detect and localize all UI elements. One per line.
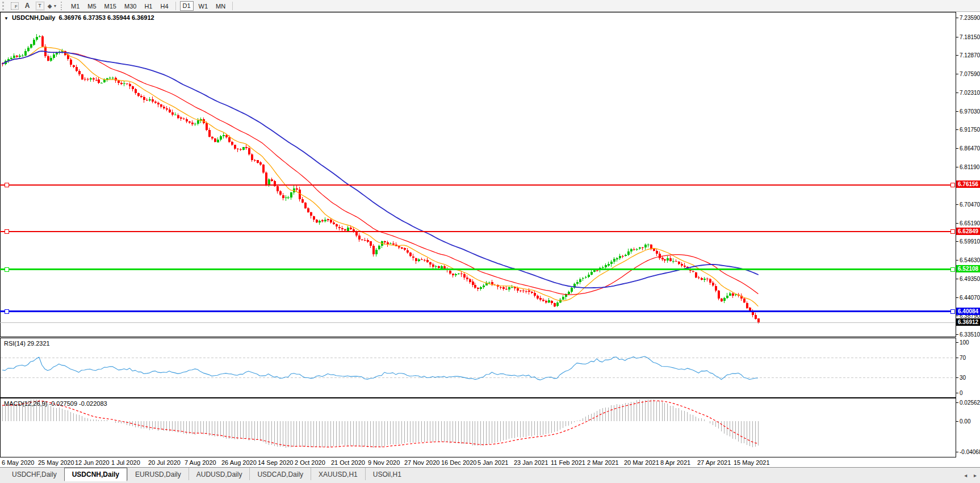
- date-label: 1 Jul 2020: [111, 459, 140, 466]
- price-tick-dash: [956, 37, 958, 37]
- date-label: 2 Mar 2021: [587, 459, 619, 466]
- timeframe-button-mn[interactable]: MN: [213, 1, 228, 11]
- tab-scroll-left-icon[interactable]: ◂: [964, 472, 967, 478]
- chart-tab-eurusd-daily[interactable]: EURUSD,Daily: [127, 468, 189, 480]
- chart-tab-usdcnh-daily[interactable]: USDCNH,Daily: [64, 468, 127, 481]
- timeframe-button-d1[interactable]: D1: [180, 1, 194, 11]
- price-tick-label: 6.81190: [960, 163, 980, 171]
- price-tick-label: 7.02310: [960, 89, 980, 96]
- chart-grid-icon[interactable]: F: [9, 1, 20, 11]
- tab-list: USDCHF,DailyUSDCNH,DailyEURUSD,DailyAUDU…: [5, 468, 409, 481]
- text-tool-icon-glyph: T: [36, 2, 44, 10]
- date-label: 21 Oct 2020: [331, 459, 365, 466]
- date-label: 15 May 2021: [734, 459, 770, 466]
- chart-symbol: USDCNH,Daily: [12, 14, 55, 21]
- price-tick-dash: [956, 260, 958, 261]
- rsi-label: RSI(14) 29.2321: [4, 340, 50, 347]
- date-label: 27 Nov 2020: [404, 459, 439, 466]
- current-price-label: 6.36912: [956, 318, 980, 326]
- price-tick-label: 7.18150: [960, 33, 980, 41]
- chart-tab-usdcad-daily[interactable]: USDCAD,Daily: [249, 468, 311, 480]
- arrow-tool-icon[interactable]: ◆▼: [47, 1, 58, 11]
- terminal-window: FAT◆▼ M1M5M15M30H1H4D1W1MN 6 May 202025 …: [0, 0, 980, 483]
- price-tick-dash: [956, 129, 958, 130]
- chart-ohlc: 6.36976 6.37353 6.35944 6.36912: [58, 14, 154, 21]
- hline-price-label: 6.76156: [956, 180, 980, 188]
- price-tick-label: 6.33510: [960, 331, 980, 338]
- price-tick-dash: [956, 204, 958, 205]
- timeframe-button-m1[interactable]: M1: [68, 1, 82, 11]
- price-tick-label: 6.70470: [960, 201, 980, 208]
- price-tick-dash: [956, 111, 958, 112]
- date-label: 5 Jan 2021: [478, 459, 508, 466]
- date-label: 20 Jul 2020: [148, 459, 181, 466]
- rsi-tick-dash: [956, 393, 958, 393]
- macd-tick-label: -0.040687: [960, 448, 980, 456]
- price-tick-dash: [956, 93, 958, 93]
- toolbar: FAT◆▼ M1M5M15M30H1H4D1W1MN: [0, 0, 980, 12]
- chart-grid-icon-glyph: F: [11, 2, 19, 10]
- macd-tick-dash: [956, 452, 958, 452]
- hline-price-label: 6.62849: [956, 228, 980, 235]
- timeframe-button-m15[interactable]: M15: [102, 1, 119, 11]
- chart-tab-usdchf-daily[interactable]: USDCHF,Daily: [5, 468, 64, 480]
- rsi-tick-dash: [956, 358, 958, 358]
- chart-tab-audusd-daily[interactable]: AUDUSD,Daily: [189, 468, 250, 480]
- text-tool-icon[interactable]: T: [34, 1, 45, 11]
- collapse-arrow-icon[interactable]: ▼: [4, 16, 9, 21]
- dropdown-arrow-icon[interactable]: ▼: [53, 4, 57, 8]
- price-tick-dash: [956, 241, 958, 242]
- price-tick-label: 6.44070: [960, 294, 980, 301]
- price-tick-label: 6.91750: [960, 126, 980, 133]
- price-tick-dash: [956, 18, 958, 18]
- timeframe-button-h1[interactable]: H1: [141, 1, 155, 11]
- price-tick-dash: [956, 148, 958, 149]
- macd-tick-label: 0.025623: [960, 399, 980, 406]
- toolbar-grip[interactable]: [2, 2, 6, 10]
- toolbar-separator: [175, 2, 176, 10]
- tab-scroll-buttons: ◂ ▸: [959, 472, 977, 478]
- date-label: 25 May 2020: [38, 459, 74, 466]
- date-label: 23 Jan 2021: [514, 459, 548, 466]
- timeframe-group: M1M5M15M30H1H4D1W1MN: [67, 1, 236, 11]
- arrow-tool-icon-glyph: ◆: [48, 3, 52, 9]
- price-tick-label: 7.12870: [960, 52, 980, 59]
- price-tick-dash: [956, 223, 958, 224]
- rsi-tick-label: 30: [960, 374, 980, 381]
- chart-title: ▼USDCNH,Daily 6.36976 6.37353 6.35944 6.…: [4, 14, 154, 21]
- timeframe-button-h4[interactable]: H4: [157, 1, 171, 11]
- toolbar-handle[interactable]: [61, 2, 64, 10]
- price-tick-dash: [956, 316, 958, 316]
- drawing-tools-group: FAT◆▼: [9, 1, 58, 11]
- timeframe-button-m30[interactable]: M30: [122, 1, 139, 11]
- chart-tab-xauusd-h1[interactable]: XAUUSD,H1: [311, 468, 365, 480]
- price-tick-label: 6.97030: [960, 108, 980, 115]
- rsi-tick-label: 100: [960, 339, 980, 346]
- price-tick-dash: [956, 74, 958, 74]
- price-tick-label: 7.23590: [960, 14, 980, 22]
- rsi-tick-label: 0: [960, 389, 980, 397]
- macd-tick-dash: [956, 402, 958, 403]
- rsi-tick-dash: [956, 342, 958, 343]
- date-label: 11 Feb 2021: [551, 459, 585, 466]
- letter-a-icon[interactable]: A: [22, 1, 33, 11]
- price-tick-label: 6.59910: [960, 238, 980, 245]
- price-tick-dash: [956, 334, 958, 335]
- timeframe-button-m5[interactable]: M5: [85, 1, 99, 11]
- price-tick-dash: [956, 279, 958, 279]
- date-label: 26 Aug 2020: [221, 459, 257, 466]
- main-chart-canvas[interactable]: [0, 12, 956, 337]
- letter-a-icon-glyph: A: [25, 2, 30, 10]
- timeframe-button-w1[interactable]: W1: [196, 1, 211, 11]
- price-tick-dash: [956, 297, 958, 298]
- date-label: 6 May 2020: [2, 459, 34, 466]
- toolbar-separator: [232, 2, 233, 10]
- date-label: 27 Apr 2021: [697, 459, 731, 466]
- macd-canvas[interactable]: [0, 398, 956, 457]
- tab-scroll-right-icon[interactable]: ▸: [974, 472, 977, 478]
- date-axis: 6 May 202025 May 202012 Jun 20201 Jul 20…: [0, 457, 980, 467]
- rsi-canvas[interactable]: [0, 338, 956, 398]
- rsi-tick-dash: [956, 377, 958, 378]
- chart-tab-usoil-h1[interactable]: USOil,H1: [365, 468, 409, 480]
- price-tick-label: 6.54630: [960, 257, 980, 264]
